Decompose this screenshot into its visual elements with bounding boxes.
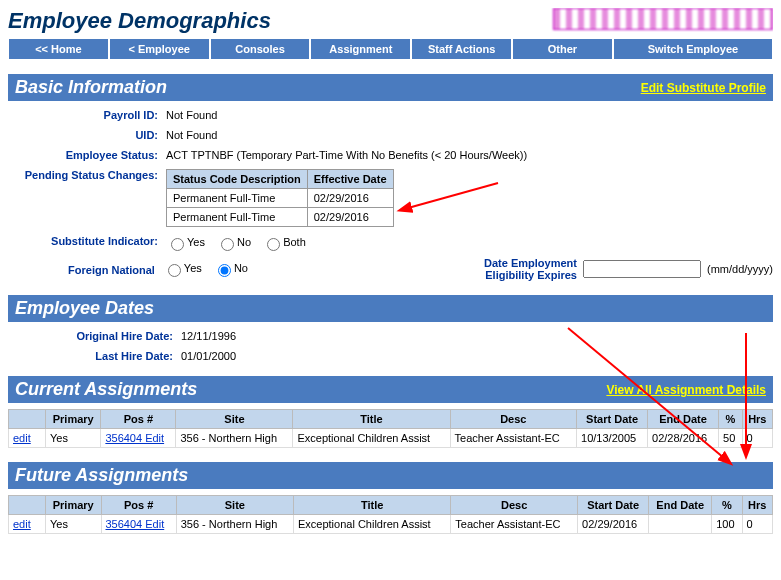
pos-link[interactable]: 356404 Edit: [101, 429, 176, 448]
last-hire-value: 01/01/2000: [181, 348, 773, 362]
col-pct: %: [719, 410, 743, 429]
payroll-id-value: Not Found: [166, 107, 773, 121]
section-future-title: Future Assignments: [15, 465, 188, 486]
nav-switch-employee[interactable]: Switch Employee: [613, 38, 773, 60]
table-row: Permanent Full-Time 02/29/2016: [167, 189, 394, 208]
section-current-title: Current Assignments: [15, 379, 197, 400]
col-title: Title: [293, 410, 450, 429]
uid-label: UID:: [8, 127, 166, 141]
section-basic-title: Basic Information: [15, 77, 167, 98]
redacted-banner: [553, 8, 773, 30]
table-row: edit Yes 356404 Edit 356 - Northern High…: [9, 429, 773, 448]
view-all-assignment-details-link[interactable]: View All Assignment Details: [606, 383, 766, 397]
section-basic-info: Basic Information Edit Substitute Profil…: [8, 74, 773, 101]
table-row: Permanent Full-Time 02/29/2016: [167, 208, 394, 227]
page-title: Employee Demographics: [8, 8, 271, 34]
substitute-yes-radio[interactable]: [171, 238, 184, 251]
nav-assignment[interactable]: Assignment: [310, 38, 411, 60]
foreign-yes-radio[interactable]: [168, 264, 181, 277]
uid-value: Not Found: [166, 127, 773, 141]
pending-col-desc: Status Code Description: [167, 170, 308, 189]
employee-status-value: ACT TPTNBF (Temporary Part-Time With No …: [166, 147, 773, 161]
nav-staff-actions[interactable]: Staff Actions: [411, 38, 512, 60]
last-hire-label: Last Hire Date:: [8, 348, 181, 362]
eligibility-expires-input[interactable]: [583, 260, 701, 278]
col-hrs: Hrs: [742, 410, 772, 429]
col-site: Site: [176, 410, 293, 429]
main-nav: << Home < Employee Consoles Assignment S…: [8, 38, 773, 60]
section-employee-dates: Employee Dates: [8, 295, 773, 322]
current-assignments-table: Primary Pos # Site Title Desc Start Date…: [8, 409, 773, 448]
section-future-assignments: Future Assignments: [8, 462, 773, 489]
substitute-both-radio[interactable]: [267, 238, 280, 251]
pos-link[interactable]: 356404 Edit: [101, 515, 176, 534]
future-assignments-table: Primary Pos # Site Title Desc Start Date…: [8, 495, 773, 534]
section-dates-title: Employee Dates: [15, 298, 154, 319]
original-hire-value: 12/11/1996: [181, 328, 773, 342]
section-current-assignments: Current Assignments View All Assignment …: [8, 376, 773, 403]
eligibility-expires-label: Date Employment Eligibility Expires: [440, 257, 577, 281]
nav-consoles[interactable]: Consoles: [210, 38, 311, 60]
foreign-no-radio[interactable]: [218, 264, 231, 277]
col-start: Start Date: [577, 410, 648, 429]
edit-link[interactable]: edit: [9, 429, 46, 448]
table-row: edit Yes 356404 Edit 356 - Northern High…: [9, 515, 773, 534]
nav-other[interactable]: Other: [512, 38, 613, 60]
col-pos: Pos #: [101, 410, 176, 429]
pending-col-date: Effective Date: [307, 170, 393, 189]
edit-substitute-profile-link[interactable]: Edit Substitute Profile: [641, 81, 766, 95]
employee-status-label: Employee Status:: [8, 147, 166, 161]
pending-status-table: Status Code Description Effective Date P…: [166, 169, 394, 227]
eligibility-hint: (mm/dd/yyyy): [707, 263, 773, 275]
edit-link[interactable]: edit: [9, 515, 46, 534]
substitute-no-radio[interactable]: [221, 238, 234, 251]
foreign-national-label: Foreign National: [8, 262, 163, 276]
nav-employee[interactable]: < Employee: [109, 38, 210, 60]
substitute-indicator-label: Substitute Indicator:: [8, 233, 166, 247]
original-hire-label: Original Hire Date:: [8, 328, 181, 342]
col-desc: Desc: [450, 410, 577, 429]
payroll-id-label: Payroll ID:: [8, 107, 166, 121]
col-end: End Date: [648, 410, 719, 429]
nav-home[interactable]: << Home: [8, 38, 109, 60]
col-primary: Primary: [46, 410, 101, 429]
pending-status-label: Pending Status Changes:: [8, 167, 166, 181]
